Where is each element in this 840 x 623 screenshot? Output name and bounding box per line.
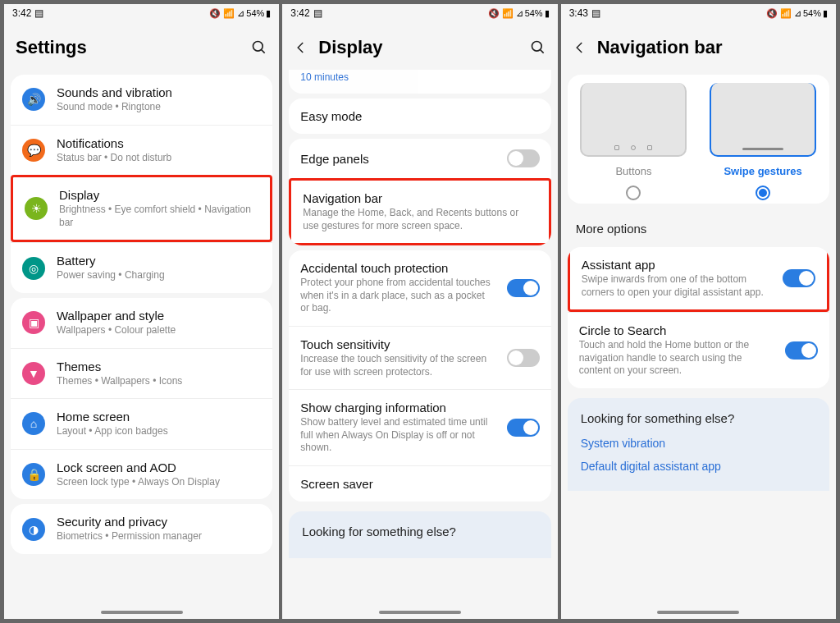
row-subtitle: Power saving • Charging: [57, 269, 261, 282]
row-subtitle: Manage the Home, Back, and Recents butto…: [303, 207, 536, 232]
toggle-5[interactable]: [507, 419, 540, 437]
row-subtitle: Protect your phone from accidental touch…: [300, 277, 495, 315]
footer-title: Looking for something else?: [581, 411, 816, 425]
svg-point-0: [253, 42, 263, 52]
settings-row-wallpaper[interactable]: ▣ Wallpaper and style Wallpapers • Colou…: [11, 298, 272, 348]
settings-row-battery[interactable]: ◎ Battery Power saving • Charging: [11, 242, 272, 293]
clock: 3:43: [569, 7, 588, 19]
page-title: Navigation bar: [597, 37, 824, 58]
lock-icon: 🔒: [22, 463, 45, 486]
display-header: Display: [282, 22, 557, 70]
home-icon: ⌂: [22, 412, 45, 435]
phone-navbar: 3:43▤ 🔇 📶 ⊿ 54% ▮ Navigation bar Buttons…: [559, 2, 838, 621]
pic-icon: ▤: [591, 7, 600, 19]
row-subtitle: Status bar • Do not disturb: [57, 152, 261, 165]
row-subtitle: Wallpapers • Colour palette: [57, 324, 261, 337]
display-row-5[interactable]: Show charging informationShow battery le…: [289, 389, 550, 465]
settings-header: Settings: [4, 22, 279, 70]
settings-row-notif[interactable]: 💬 Notifications Status bar • Do not dist…: [11, 125, 272, 176]
row-subtitle: Biometrics • Permission manager: [57, 530, 261, 543]
toggle-4[interactable]: [507, 349, 540, 367]
display-row-4[interactable]: Touch sensitivityIncrease the touch sens…: [289, 326, 550, 389]
row-title: Edge panels: [300, 152, 495, 166]
display-row-6[interactable]: Screen saver: [289, 465, 550, 502]
row-subtitle: Show battery level and estimated time un…: [300, 416, 495, 455]
status-bar: 3:42▤ 🔇 📶 ⊿ 54% ▮: [282, 4, 557, 22]
settings-row-lock[interactable]: 🔒 Lock screen and AOD Screen lock type •…: [11, 449, 272, 500]
search-icon[interactable]: [530, 39, 546, 56]
row-title: Security and privacy: [57, 515, 261, 529]
timeout-value: 10 minutes: [300, 71, 539, 83]
row-subtitle: Sound mode • Ringtone: [57, 101, 261, 114]
navbar-row-0[interactable]: Assistant app Swipe inwards from one of …: [568, 247, 829, 312]
home-indicator[interactable]: [657, 611, 739, 614]
row-title: Sounds and vibration: [57, 85, 261, 99]
radio-1[interactable]: [756, 186, 770, 200]
settings-row-display[interactable]: ☀ Display Brightness • Eye comfort shiel…: [11, 175, 272, 242]
themes-icon: ▼: [22, 362, 45, 385]
row-title: Home screen: [57, 410, 261, 424]
search-icon[interactable]: [251, 39, 267, 56]
home-indicator[interactable]: [379, 611, 461, 614]
settings-row-themes[interactable]: ▼ Themes Themes • Wallpapers • Icons: [11, 348, 272, 399]
display-row-1[interactable]: Edge panels: [289, 139, 550, 178]
toggle-0[interactable]: [783, 269, 815, 287]
display-row-2[interactable]: Navigation barManage the Home, Back, and…: [289, 178, 550, 245]
row-title: Accidental touch protection: [300, 261, 495, 275]
display-row-3[interactable]: Accidental touch protectionProtect your …: [289, 250, 550, 326]
footer-link[interactable]: System vibration: [581, 437, 816, 450]
sounds-icon: 🔊: [22, 88, 45, 111]
display-row-0[interactable]: Easy mode: [289, 98, 550, 134]
settings-row-home[interactable]: ⌂ Home screen Layout • App icon badges: [11, 398, 272, 449]
nav-option-0[interactable]: Buttons: [580, 83, 687, 200]
status-bar: 3:42▤ 🔇 📶 ⊿ 54% ▮: [4, 4, 279, 22]
status-bar: 3:43▤ 🔇 📶 ⊿ 54% ▮: [561, 4, 836, 22]
settings-row-sounds[interactable]: 🔊 Sounds and vibration Sound mode • Ring…: [11, 75, 272, 125]
nav-option-label: Buttons: [615, 165, 651, 177]
row-title: Themes: [57, 360, 261, 373]
navbar-header: Navigation bar: [561, 22, 836, 70]
footer-box: Looking for something else?: [289, 511, 550, 558]
row-title: Navigation bar: [303, 191, 536, 205]
pic-icon: ▤: [313, 7, 322, 19]
row-subtitle: Increase the touch sensitivity of the sc…: [300, 353, 495, 378]
row-subtitle: Screen lock type • Always On Display: [57, 476, 261, 489]
row-title: Display: [59, 188, 258, 202]
row-title: Battery: [57, 254, 261, 268]
svg-line-1: [262, 50, 265, 53]
footer-link[interactable]: Default digital assistant app: [581, 460, 816, 473]
row-screen-timeout[interactable]: Screen timeout 10 minutes: [289, 70, 550, 94]
row-title: Circle to Search: [579, 323, 774, 337]
toggle-3[interactable]: [507, 279, 540, 297]
status-icons: 🔇 📶 ⊿ 54% ▮: [488, 8, 550, 19]
row-title: Touch sensitivity: [300, 337, 495, 351]
display-icon: ☀: [25, 197, 48, 220]
footer-box: Looking for something else? System vibra…: [568, 398, 829, 491]
row-subtitle: Touch and hold the Home button or the na…: [579, 339, 774, 378]
back-icon[interactable]: [294, 40, 308, 55]
wallpaper-icon: ▣: [22, 311, 45, 334]
toggle-1[interactable]: [507, 149, 540, 167]
radio-0[interactable]: [626, 186, 641, 200]
nav-preview-0: [580, 83, 687, 157]
row-subtitle: Brightness • Eye comfort shield • Naviga…: [59, 204, 258, 229]
row-title: Assistant app: [582, 258, 771, 272]
nav-preview-1: [710, 83, 816, 157]
more-options-label: More options: [561, 208, 836, 242]
back-icon[interactable]: [573, 40, 587, 55]
toggle-1[interactable]: [785, 341, 818, 360]
row-subtitle: Layout • App icon badges: [57, 425, 261, 438]
svg-line-3: [540, 50, 543, 53]
clock: 3:42: [290, 7, 309, 19]
home-indicator[interactable]: [101, 611, 183, 614]
clock: 3:42: [12, 7, 31, 19]
nav-option-label: Swipe gestures: [724, 165, 801, 177]
page-title: Display: [318, 37, 519, 58]
battery-icon: ◎: [22, 257, 45, 280]
settings-row-security[interactable]: ◑ Security and privacy Biometrics • Perm…: [11, 504, 272, 554]
footer-title: Looking for something else?: [302, 525, 537, 538]
phone-settings: 3:42▤ 🔇 📶 ⊿ 54% ▮ Settings 🔊 Sounds and …: [2, 2, 281, 621]
row-title: Notifications: [57, 136, 261, 150]
navbar-row-1[interactable]: Circle to Search Touch and hold the Home…: [568, 312, 829, 388]
nav-option-1[interactable]: Swipe gestures: [710, 83, 816, 200]
